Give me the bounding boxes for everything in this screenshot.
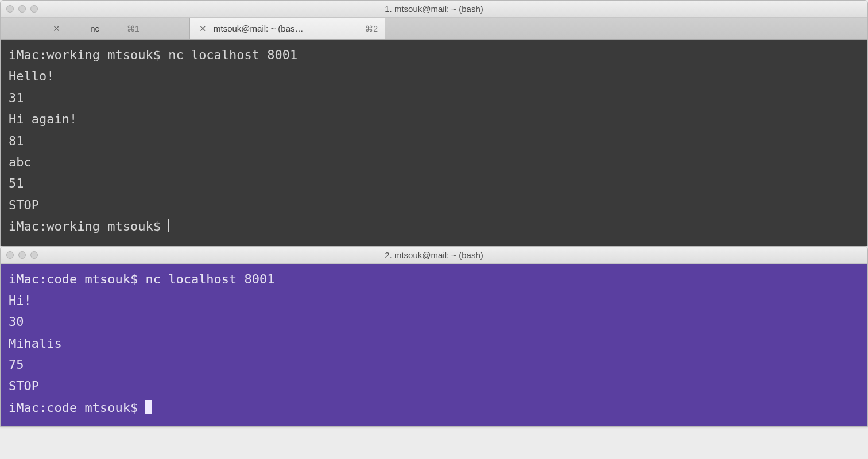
- terminal-line: Hi again!: [9, 112, 77, 126]
- terminal-line: abc: [9, 155, 32, 169]
- terminal-line: Mihalis: [9, 336, 62, 351]
- cursor-icon: [145, 400, 152, 414]
- titlebar-1[interactable]: 1. mtsouk@mail: ~ (bash): [1, 1, 867, 18]
- maximize-window-icon[interactable]: [30, 251, 38, 259]
- close-tab-icon[interactable]: ✕: [51, 23, 63, 34]
- traffic-lights-2: [6, 251, 38, 259]
- close-window-icon[interactable]: [6, 251, 14, 259]
- tab-shortcut: ⌘1: [127, 24, 140, 33]
- tab-label: mtsouk@mail: ~ (bas…: [214, 24, 361, 33]
- traffic-lights-1: [6, 5, 38, 13]
- minimize-window-icon[interactable]: [18, 5, 26, 13]
- terminal-line: iMac:code mtsouk$ nc localhost 8001: [9, 272, 275, 286]
- terminal-window-2: 2. mtsouk@mail: ~ (bash) iMac:code mtsou…: [0, 246, 868, 427]
- maximize-window-icon[interactable]: [30, 5, 38, 13]
- terminal-prompt: iMac:working mtsouk$: [9, 219, 168, 234]
- terminal-window-1: 1. mtsouk@mail: ~ (bash) ✕ nc ⌘1 ✕ mtsou…: [0, 0, 868, 246]
- terminal-line: Hello!: [9, 69, 54, 83]
- terminal-line: 31: [9, 91, 24, 105]
- close-window-icon[interactable]: [6, 5, 14, 13]
- terminal-line: 81: [9, 134, 24, 148]
- terminal-line: STOP: [9, 198, 39, 212]
- window-title-2: 2. mtsouk@mail: ~ (bash): [1, 250, 867, 260]
- terminal-output-1[interactable]: iMac:working mtsouk$ nc localhost 8001 H…: [1, 40, 867, 246]
- terminal-line: 75: [9, 357, 24, 372]
- tab-bash[interactable]: ✕ mtsouk@mail: ~ (bas… ⌘2: [190, 18, 385, 39]
- titlebar-2[interactable]: 2. mtsouk@mail: ~ (bash): [1, 247, 867, 264]
- terminal-line: 51: [9, 176, 24, 190]
- tab-shortcut: ⌘2: [365, 24, 378, 33]
- tab-label: nc: [90, 24, 99, 33]
- tabbar: ✕ nc ⌘1 ✕ mtsouk@mail: ~ (bas… ⌘2: [1, 18, 867, 40]
- terminal-output-2[interactable]: iMac:code mtsouk$ nc localhost 8001 Hi! …: [1, 264, 867, 427]
- close-tab-icon[interactable]: ✕: [197, 23, 209, 34]
- terminal-line: STOP: [9, 379, 39, 393]
- tab-nc[interactable]: ✕ nc ⌘1: [1, 18, 190, 39]
- minimize-window-icon[interactable]: [18, 251, 26, 259]
- window-title-1: 1. mtsouk@mail: ~ (bash): [1, 4, 867, 14]
- terminal-prompt: iMac:code mtsouk$: [9, 400, 145, 415]
- terminal-line: 30: [9, 314, 24, 329]
- terminal-line: Hi!: [9, 293, 32, 308]
- terminal-line: iMac:working mtsouk$ nc localhost 8001: [9, 48, 297, 62]
- cursor-icon: [168, 219, 175, 232]
